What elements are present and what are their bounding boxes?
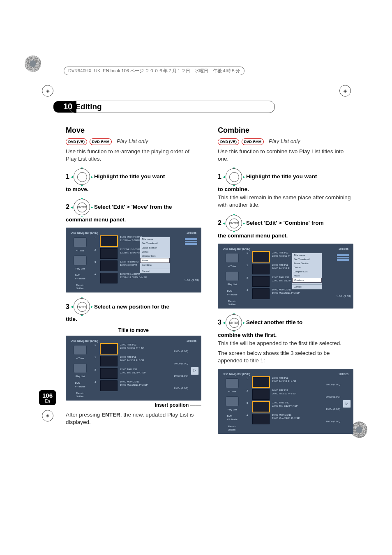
playlist-icon	[226, 396, 239, 406]
menu-item-combine: Combine	[292, 278, 322, 283]
move-step-1: 1 ▲▼◀▶ Highlight the title you want	[66, 168, 201, 185]
enter-button-icon: ENTER▲▼◀▶	[226, 314, 242, 331]
titles-icon	[74, 237, 87, 247]
combine-step3-note2: The screen below shows title 3 selected …	[218, 350, 353, 364]
list-item: 322:00 THU 2/1222:00 Thu 2/12 Pr 7 SP1h0…	[247, 401, 340, 412]
insert-arrow-icon: ▷	[343, 400, 351, 408]
move-after-enter: After pressing ENTER, the new, updated P…	[66, 411, 201, 426]
combine-step-1: 1 ▲▼◀▶ Highlight the title you want	[218, 168, 353, 185]
list-item: 322:00 THU 2/1222:00 Thu 2/12 Pr 7 SP1h0…	[95, 368, 188, 379]
playlist-icon	[226, 271, 239, 281]
disc-navigator-mock-move-position: Disc Navigator (DVD)10Titles 4 Titles Pl…	[66, 336, 201, 401]
section-move: Move DVD (VR) DVD-RAM Play List only Use…	[66, 125, 201, 434]
label-title-to-move: Title to move	[118, 327, 149, 333]
dpad-icon: ▲▼◀▶	[74, 168, 90, 185]
combine-step3-note1: This title will be appended to the first…	[218, 340, 353, 347]
titles-icon	[226, 253, 239, 263]
badge-dvd-ram: DVD-RAM	[242, 138, 264, 145]
menu-item-move: Move	[140, 258, 170, 263]
combine-badges: DVD (VR) DVD-RAM Play List only	[218, 138, 353, 145]
titles-icon	[74, 345, 87, 355]
label-insert-position: Insert position	[155, 402, 189, 408]
dpad-icon: ▲▼◀▶	[226, 168, 242, 185]
list-item: 419:00 MON 29/1119:00 Mon 29/11 Pr 2 SP1…	[95, 380, 188, 391]
move-badges: DVD (VR) DVD-RAM Play List only	[66, 138, 201, 145]
move-step-3: 3 ENTER▲▼◀▶ Select a new position for th…	[66, 298, 201, 315]
enter-button-icon: ENTER▲▼◀▶	[226, 215, 242, 231]
section-combine: Combine DVD (VR) DVD-RAM Play List only …	[218, 125, 353, 434]
combine-step-3: 3 ENTER▲▼◀▶ Select another title to	[218, 314, 353, 331]
chapter-header: 10 Editing	[53, 101, 363, 113]
enter-button-icon: ENTER▲▼◀▶	[74, 199, 90, 215]
playlist-icon	[74, 363, 87, 373]
combine-step-2: 2 ENTER▲▼◀▶ Select 'Edit' > 'Combine' fr…	[218, 215, 353, 231]
enter-button-icon: ENTER▲▼◀▶	[74, 298, 90, 315]
badge-dvd-vr: DVD (VR)	[66, 138, 87, 145]
move-playlist-note: Play List only	[117, 138, 148, 144]
combine-intro: Use this function to combine two Play Li…	[218, 148, 353, 163]
list-item: 220:00 FRI 3/1220:00 Fri 3/12 Pr 8 SP2h0…	[95, 356, 188, 366]
move-step-2: 2 ENTER▲▼◀▶ Select 'Edit' > 'Move' from …	[66, 199, 201, 215]
playlist-icon	[74, 256, 87, 265]
list-item: 123:00 FRI 3/1223:00 Fri 3/12 Pr 4 SP2h0…	[95, 343, 188, 354]
chapter-title: Editing	[75, 102, 101, 111]
book-header-text: DVR940HX_UK_EN.book 106 ページ ２００６年７月１２日 水…	[68, 68, 240, 73]
book-header-line: DVR940HX_UK_EN.book 106 ページ ２００６年７月１２日 水…	[64, 67, 357, 75]
combine-step1-note: This title will remain in the same place…	[218, 194, 353, 209]
badge-dvd-vr: DVD (VR)	[218, 138, 239, 145]
disc-navigator-mock-move-menu: Disc Navigator (DVD)10Titles 4 Titles Pl…	[66, 228, 201, 292]
badge-dvd-ram: DVD-RAM	[90, 138, 112, 145]
list-item: 123:00 FRI 3/1223:00 Fri 3/12 Pr 4 SP2h0…	[247, 377, 340, 387]
combine-playlist-note: Play List only	[269, 138, 300, 144]
list-item: 419:00 MON 29/1119:00 Mon 29/11 Pr 2 SP1…	[247, 288, 351, 299]
combine-heading: Combine	[218, 125, 353, 135]
disc-navigator-mock-combine-select: Disc Navigator (DVD)10Titles 4 Titles Pl…	[218, 369, 353, 434]
insert-arrow-icon: ▷	[191, 367, 199, 375]
list-item: 419:00 MON 29/1119:00 Mon 29/11 Pr 2 SP1…	[247, 414, 340, 424]
move-intro: Use this function to re-arrange the play…	[66, 148, 201, 163]
list-item: 220:00 FRI 3/1220:00 Fri 3/12 Pr 8 SP2h0…	[247, 389, 340, 400]
list-item: 412/3 FRI 11:00PM12/3Fri 11:00PM 8ch SP1…	[95, 273, 199, 283]
move-heading: Move	[66, 125, 201, 135]
titles-icon	[226, 378, 239, 388]
page-number-badge: 106 En	[39, 390, 56, 405]
disc-navigator-mock-combine-menu: Disc Navigator (DVD)10Titles 4 Titles Pl…	[218, 244, 353, 309]
